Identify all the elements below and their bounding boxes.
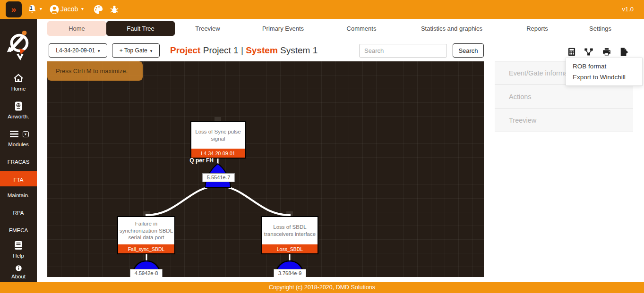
tree-node-top-gate[interactable]: Loss of Sync pulse signal L4-34-20-09-01 <box>190 121 246 159</box>
tab-fault-tree[interactable]: Fault Tree <box>106 21 175 36</box>
home-icon <box>13 73 24 84</box>
username-label[interactable]: Jacob <box>60 5 78 13</box>
sidebar-item-maintain[interactable]: Maintain. <box>0 191 37 198</box>
tab-comments[interactable]: Comments <box>326 21 397 36</box>
node-probability-value: 4.5942e-8 <box>130 269 163 277</box>
project-diagram-icon[interactable] <box>584 47 593 57</box>
gate-selector-dropdown[interactable]: L4-34-20-09-01▾ <box>49 43 107 58</box>
notifications-bell-icon[interactable]: 1 <box>26 4 38 15</box>
tab-reports[interactable]: Reports <box>506 21 568 36</box>
sidebar-item-fmeca[interactable]: FMECA <box>0 226 37 233</box>
fault-tree-canvas[interactable]: Press Ctrl+M to maximize. Loss of Sync p… <box>47 61 484 277</box>
info-icon <box>15 265 22 272</box>
search-button[interactable]: Search <box>453 43 484 58</box>
app-window: » 1 ▾ Jacob ▾ v1.0 Home <box>0 0 644 293</box>
tree-node-left-event[interactable]: Failure in synchronization SBDL serial d… <box>117 216 175 254</box>
sidebar-item-label: FRACAS <box>8 159 30 165</box>
sidebar-item-label: About <box>11 274 26 279</box>
menu-bars-icon <box>9 128 20 140</box>
print-icon[interactable] <box>602 47 611 57</box>
footer-copyright: Copyright (c) 2018-2020, DMD Solutions <box>0 282 644 293</box>
tree-node-right-event[interactable]: Loss of SBDL transceivers interface Loss… <box>261 216 318 254</box>
accordion-treeview[interactable]: Treeview <box>495 109 633 132</box>
sidebar-item-label: RPA <box>13 210 24 216</box>
modules-caret-icon[interactable]: ▾ <box>23 131 29 137</box>
gate-selector-value: L4-34-20-09-01 <box>56 47 95 54</box>
project-label: Project <box>170 45 200 55</box>
node-code-badge: L4-34-20-09-01 <box>191 149 245 158</box>
system-label: System <box>246 45 278 55</box>
book-icon <box>13 240 24 251</box>
app-version-label: v1.0 <box>622 6 634 13</box>
sidebar-item-label: Home <box>11 86 26 92</box>
sidebar-item-fracas[interactable]: FRACAS <box>0 157 37 165</box>
project-name: Project 1 <box>203 45 239 55</box>
app-logo-bird-icon <box>4 27 33 60</box>
probability-type-label: Q per FH <box>166 157 214 164</box>
bug-report-icon[interactable] <box>109 4 120 15</box>
sidebar-item-label: Airworth. <box>8 114 29 119</box>
node-probability-value: 5.5541e-7 <box>202 173 235 182</box>
tab-primary-events[interactable]: Primary Events <box>240 21 326 36</box>
user-menu-caret-icon[interactable]: ▾ <box>81 6 84 11</box>
sidebar-collapse-button[interactable]: » <box>6 1 22 17</box>
sidebar-nav: Home Airworth. ▾ Modules FRACAS FTA Main… <box>0 19 37 282</box>
sidebar-item-home[interactable]: Home <box>0 73 37 92</box>
search-input[interactable] <box>359 44 447 58</box>
node-probability-value: 3.7684e-9 <box>274 269 306 277</box>
maximize-hint-banner: Press Ctrl+M to maximize. <box>47 61 143 81</box>
tab-home[interactable]: Home <box>47 21 106 36</box>
node-title: Failure in synchronization SBDL serial d… <box>118 217 174 244</box>
add-top-gate-label: + Top Gate <box>120 47 147 54</box>
sidebar-item-help[interactable]: Help <box>0 240 37 259</box>
node-title: Loss of Sync pulse signal <box>191 122 245 149</box>
menu-item-rob-format[interactable]: ROB format <box>566 61 642 72</box>
menu-item-export-windchill[interactable]: Export to Windchill <box>566 72 642 83</box>
node-code-badge: Loss_SBDL <box>262 244 318 253</box>
notifications-caret-icon[interactable]: ▾ <box>40 6 42 11</box>
tab-settings[interactable]: Settings <box>568 21 632 36</box>
export-file-icon[interactable] <box>619 47 628 57</box>
sidebar-item-label: Modules <box>8 142 28 147</box>
page-title: Project Project 1 | System System 1 <box>170 45 318 56</box>
node-title: Loss of SBDL transceivers interface <box>262 217 318 244</box>
accordion-actions[interactable]: Actions <box>495 85 633 109</box>
sidebar-item-label: Maintain. <box>8 193 30 198</box>
add-top-gate-dropdown[interactable]: + Top Gate▾ <box>112 43 160 58</box>
sidebar-item-rpa[interactable]: RPA <box>0 208 37 216</box>
sidebar-item-about[interactable]: About <box>0 265 37 279</box>
gate-to-children-connector <box>146 186 290 217</box>
user-avatar-icon[interactable] <box>49 4 60 15</box>
sidebar-item-airworthiness[interactable]: Airworth. <box>0 100 37 119</box>
top-bar: » 1 ▾ Jacob ▾ v1.0 <box>0 0 644 19</box>
system-name: System 1 <box>280 45 318 55</box>
notification-count-badge: 1 <box>30 6 33 11</box>
chevron-down-icon: ▾ <box>98 49 100 53</box>
sidebar-item-label: FMECA <box>9 227 28 233</box>
passport-icon <box>13 100 24 112</box>
export-dropdown-menu: ROB format Export to Windchill <box>566 58 643 86</box>
sidebar-item-modules[interactable]: ▾ Modules <box>0 128 37 147</box>
sidebar-item-label: FTA <box>14 177 24 183</box>
tab-statistics-graphics[interactable]: Statistics and graphics <box>397 21 506 36</box>
sidebar-item-label: Help <box>13 253 24 259</box>
theme-palette-icon[interactable] <box>93 4 104 15</box>
calculate-icon[interactable] <box>567 47 576 57</box>
sidebar-item-fta-active[interactable]: FTA <box>0 171 37 186</box>
chevron-down-icon: ▾ <box>150 49 153 53</box>
title-separator: | <box>241 45 243 55</box>
tab-treeview[interactable]: Treeview <box>175 21 240 36</box>
node-code-badge: Fail_sync_SBDL <box>118 244 174 253</box>
